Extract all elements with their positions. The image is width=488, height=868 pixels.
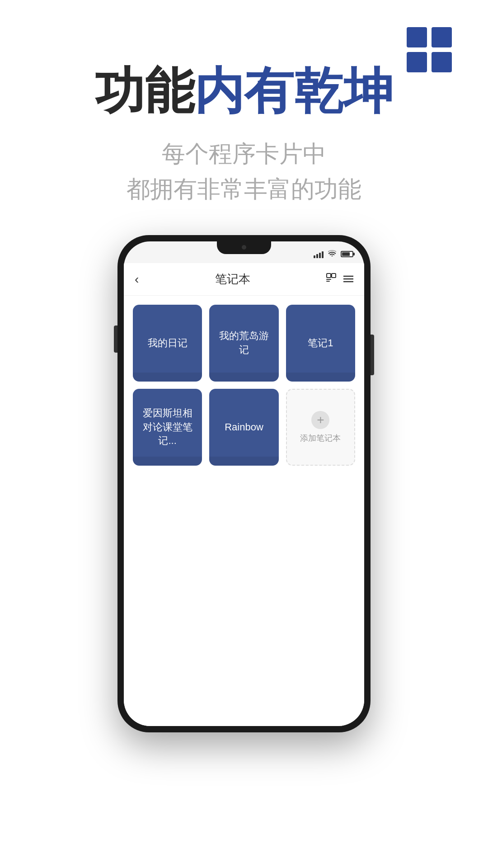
notebook-card-2[interactable]: 我的荒岛游记 [209, 305, 278, 382]
menu-icon[interactable] [343, 274, 353, 285]
add-label: 添加笔记本 [300, 433, 341, 443]
notebook-title-2: 我的荒岛游记 [216, 329, 271, 357]
logo-square-tr [432, 27, 452, 47]
phone-mockup: ‹ 笔记本 [117, 235, 371, 778]
notebook-grid: 我的日记 我的荒岛游记 笔记1 爱因斯坦相对论课堂笔记... Rainbow [124, 296, 364, 475]
logo-square-tl [407, 27, 427, 47]
hero-subtitle: 每个程序卡片中 都拥有非常丰富的功能 [27, 136, 461, 207]
notebook-title-4: 爱因斯坦相对论课堂笔记... [140, 406, 195, 448]
add-icon: + [311, 411, 329, 429]
battery-icon [341, 251, 353, 257]
app-header: ‹ 笔记本 [124, 263, 364, 296]
hero-title-blue: 内有乾坤 [194, 63, 393, 118]
back-button[interactable]: ‹ [135, 272, 139, 287]
svg-rect-0 [327, 274, 331, 278]
hero-title-black: 功能 [95, 63, 194, 118]
notebook-card-5[interactable]: Rainbow [209, 389, 278, 466]
signal-icon [314, 250, 324, 258]
hero-subtitle-line2: 都拥有非常丰富的功能 [27, 171, 461, 207]
app-content: ‹ 笔记本 [124, 263, 364, 726]
notebook-card-4[interactable]: 爱因斯坦相对论课堂笔记... [133, 389, 202, 466]
notebook-title-5: Rainbow [225, 420, 263, 434]
add-notebook-button[interactable]: + 添加笔记本 [286, 389, 355, 466]
notebook-card-3[interactable]: 笔记1 [286, 305, 355, 382]
phone-notch [217, 241, 271, 254]
notebook-title-3: 笔记1 [308, 336, 333, 350]
phone-inner: ‹ 笔记本 [124, 241, 364, 726]
hero-title: 功能内有乾坤 [27, 63, 461, 118]
hero-section: 功能内有乾坤 每个程序卡片中 都拥有非常丰富的功能 [0, 63, 488, 207]
notebook-card-1[interactable]: 我的日记 [133, 305, 202, 382]
app-title: 笔记本 [215, 271, 250, 287]
phone-outer: ‹ 笔记本 [117, 235, 371, 732]
camera-dot [242, 245, 246, 250]
header-icons [326, 273, 353, 286]
svg-rect-1 [332, 274, 336, 278]
layout-icon[interactable] [326, 273, 336, 286]
hero-subtitle-line1: 每个程序卡片中 [27, 136, 461, 171]
wifi-icon [328, 250, 336, 258]
notebook-title-1: 我的日记 [148, 336, 188, 350]
